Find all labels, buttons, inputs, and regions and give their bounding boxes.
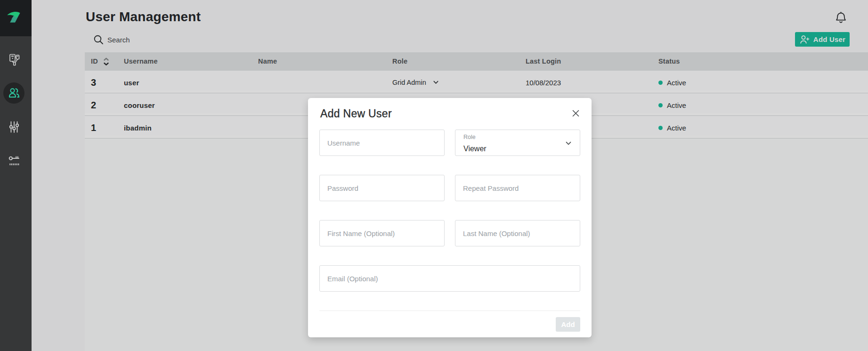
chevron-down-icon [566, 141, 571, 146]
repeat-password-field [455, 175, 580, 201]
username-input[interactable] [320, 130, 444, 155]
close-button[interactable] [566, 104, 585, 122]
username-field [319, 130, 445, 156]
add-new-user-modal: Add New User Role Viewer Add [308, 98, 592, 337]
role-select-value: Viewer [463, 145, 487, 153]
email-field [319, 265, 580, 292]
close-icon [572, 110, 579, 117]
role-select[interactable]: Role Viewer [455, 130, 580, 156]
modal-title: Add New User [320, 107, 392, 120]
password-input[interactable] [320, 175, 444, 201]
first-name-field [319, 220, 445, 246]
email-input[interactable] [320, 266, 580, 291]
repeat-password-input[interactable] [455, 175, 580, 201]
first-name-input[interactable] [320, 220, 444, 246]
last-name-input[interactable] [455, 220, 580, 246]
role-select-label: Role [463, 134, 476, 140]
modal-footer-divider [319, 310, 580, 311]
add-submit-button[interactable]: Add [556, 317, 580, 332]
last-name-field [455, 220, 580, 246]
password-field [319, 175, 445, 201]
